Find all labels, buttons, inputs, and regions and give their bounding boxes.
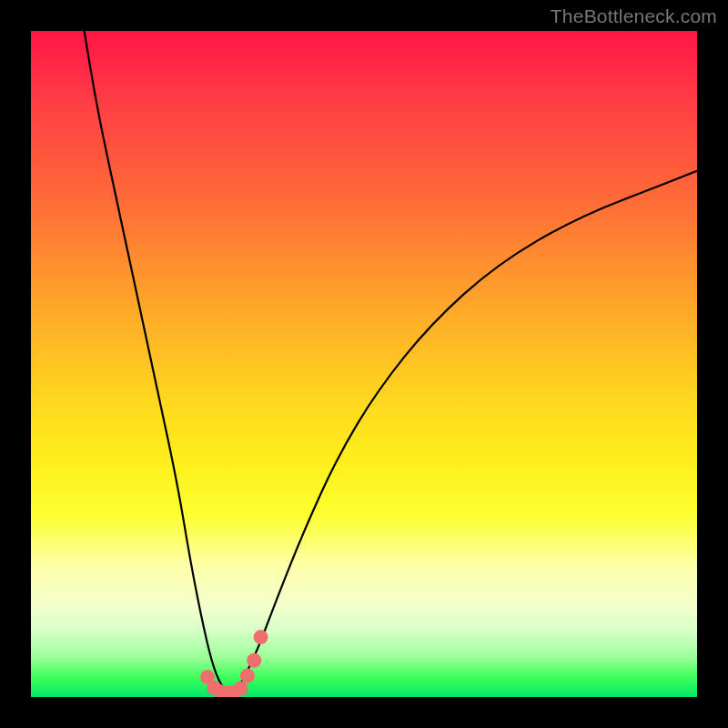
highlight-dots: [200, 630, 268, 697]
highlight-dot: [240, 669, 255, 683]
plot-area: [31, 31, 697, 697]
chart-svg: [31, 31, 697, 697]
bottleneck-curve: [85, 31, 697, 693]
highlight-dot: [234, 681, 248, 695]
highlight-dot: [247, 653, 261, 668]
curve-layer: [85, 31, 697, 693]
highlight-dot: [254, 630, 268, 644]
watermark-text: TheBottleneck.com: [551, 5, 717, 27]
chart-frame: TheBottleneck.com: [0, 0, 728, 728]
